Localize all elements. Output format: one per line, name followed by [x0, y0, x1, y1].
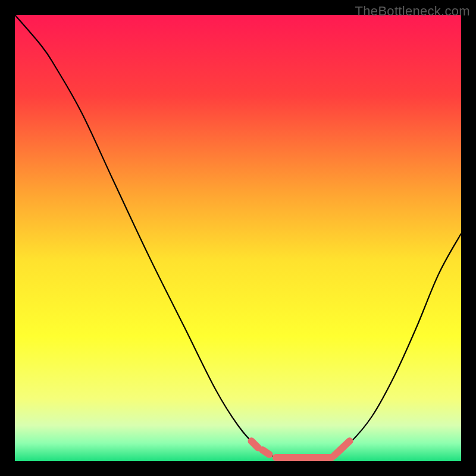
watermark-text: TheBottleneck.com: [355, 4, 470, 19]
bottleneck-chart: [15, 15, 461, 461]
highlight-segment: [262, 450, 269, 455]
chart-background: [15, 15, 461, 461]
chart-container: TheBottleneck.com: [0, 0, 476, 476]
highlight-segment: [252, 441, 258, 447]
